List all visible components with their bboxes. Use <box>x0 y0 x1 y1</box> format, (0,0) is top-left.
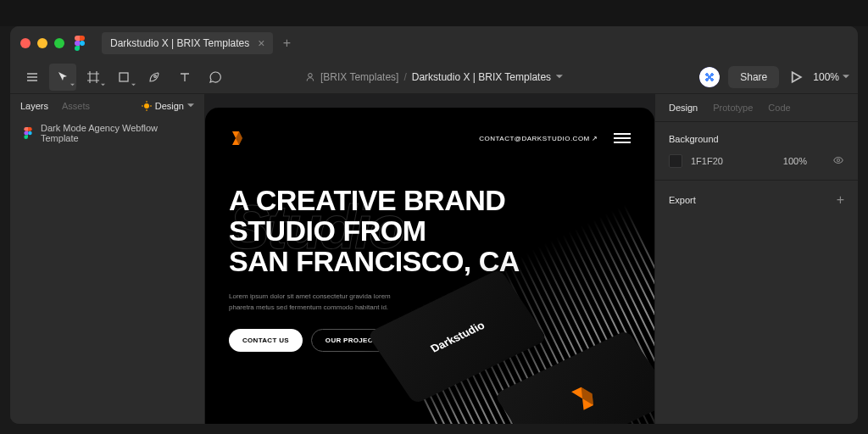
bg-opacity[interactable]: 100% <box>783 156 807 166</box>
page-dropdown[interactable]: Design <box>142 101 194 111</box>
figma-logo-icon <box>73 36 86 50</box>
export-section: Export + <box>655 181 858 220</box>
breadcrumb-file[interactable]: Darkstudio X | BRIX Templates <box>412 71 551 83</box>
text-tool[interactable] <box>171 64 198 91</box>
breadcrumb: [BRIX Templates] / Darkstudio X | BRIX T… <box>305 71 563 83</box>
artboard[interactable]: CONTACT@DARKSTUDIO.COM ↗ Studio A CREATI… <box>205 108 654 424</box>
svg-point-19 <box>837 159 839 162</box>
titlebar: Darkstudio X | BRIX Templates × + <box>10 26 858 60</box>
zoom-dropdown[interactable]: 100% <box>813 71 849 83</box>
tab-design[interactable]: Design <box>669 103 698 113</box>
tab-layers[interactable]: Layers <box>20 101 48 111</box>
hamburger-icon[interactable] <box>614 133 631 143</box>
bg-hex[interactable]: 1F1F20 <box>691 156 723 166</box>
bg-swatch[interactable] <box>669 154 682 168</box>
toolbar: [BRIX Templates] / Darkstudio X | BRIX T… <box>10 60 858 94</box>
file-tab[interactable]: Darkstudio X | BRIX Templates × <box>102 32 273 54</box>
export-label: Export <box>669 195 696 205</box>
comment-tool[interactable] <box>202 64 229 91</box>
pen-tool[interactable] <box>141 64 168 91</box>
avatar[interactable] <box>699 67 720 87</box>
window-controls <box>20 38 64 48</box>
visibility-toggle-icon[interactable] <box>832 154 844 168</box>
tab-code[interactable]: Code <box>768 103 790 113</box>
maximize-window-button[interactable] <box>54 38 64 48</box>
main-menu-button[interactable] <box>19 64 46 91</box>
tab-prototype[interactable]: Prototype <box>713 103 753 113</box>
svg-point-18 <box>28 131 32 136</box>
layer-name: Dark Mode Agency Webflow Template <box>41 123 192 143</box>
chevron-down-icon[interactable] <box>556 74 563 81</box>
tab-assets[interactable]: Assets <box>62 101 90 111</box>
page-icon <box>142 101 152 111</box>
close-tab-icon[interactable]: × <box>258 37 264 49</box>
figma-frame-icon <box>22 127 34 139</box>
hero-graphic: Darkstudio <box>375 218 654 424</box>
frame-tool[interactable] <box>80 64 107 91</box>
canvas[interactable]: CONTACT@DARKSTUDIO.COM ↗ Studio A CREATI… <box>205 94 654 424</box>
layers-panel: Layers Assets Design Dark Mode Agency We… <box>10 94 205 424</box>
brand-logo-icon <box>229 130 246 147</box>
share-button[interactable]: Share <box>728 66 779 88</box>
svg-point-0 <box>80 41 85 46</box>
zoom-value: 100% <box>813 71 839 83</box>
new-tab-button[interactable]: + <box>276 33 297 53</box>
add-export-button[interactable]: + <box>837 192 844 208</box>
contact-link[interactable]: CONTACT@DARKSTUDIO.COM ↗ <box>479 135 598 142</box>
shape-tool[interactable] <box>110 64 137 91</box>
background-section-label: Background <box>669 134 844 144</box>
contact-button[interactable]: CONTACT US <box>229 329 303 352</box>
chevron-down-icon <box>187 103 194 109</box>
layer-row[interactable]: Dark Mode Agency Webflow Template <box>10 118 204 148</box>
team-icon <box>305 72 315 82</box>
inspector-panel: Design Prototype Code Background 1F1F20 … <box>654 94 858 424</box>
svg-rect-8 <box>120 73 128 81</box>
minimize-window-button[interactable] <box>37 38 47 48</box>
present-button[interactable] <box>787 69 804 86</box>
svg-point-12 <box>309 73 313 77</box>
svg-point-13 <box>144 103 149 108</box>
close-window-button[interactable] <box>20 38 31 48</box>
breadcrumb-team[interactable]: [BRIX Templates] <box>320 71 398 83</box>
tab-title: Darkstudio X | BRIX Templates <box>110 37 249 49</box>
chevron-down-icon <box>843 74 849 81</box>
svg-point-9 <box>154 75 157 77</box>
page-name: Design <box>155 101 184 111</box>
move-tool[interactable] <box>49 64 76 91</box>
